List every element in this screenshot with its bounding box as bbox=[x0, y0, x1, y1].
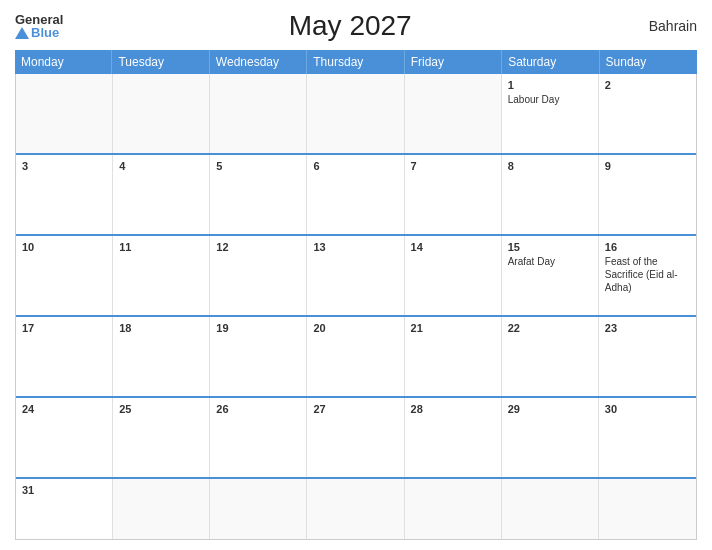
calendar-row-2: 101112131415Arafat Day16Feast of the Sac… bbox=[16, 236, 696, 317]
logo-triangle-icon bbox=[15, 27, 29, 39]
weekday-monday: Monday bbox=[15, 50, 112, 74]
weekday-saturday: Saturday bbox=[502, 50, 599, 74]
day-event: Labour Day bbox=[508, 94, 560, 105]
cal-cell-5-4 bbox=[405, 479, 502, 539]
calendar-body: 1Labour Day23456789101112131415Arafat Da… bbox=[15, 74, 697, 540]
day-number: 31 bbox=[22, 484, 106, 496]
cal-cell-0-6: 2 bbox=[599, 74, 696, 153]
cal-cell-1-3: 6 bbox=[307, 155, 404, 234]
cal-cell-4-1: 25 bbox=[113, 398, 210, 477]
cal-cell-1-4: 7 bbox=[405, 155, 502, 234]
day-number: 17 bbox=[22, 322, 106, 334]
day-number: 24 bbox=[22, 403, 106, 415]
day-number: 18 bbox=[119, 322, 203, 334]
cal-cell-1-0: 3 bbox=[16, 155, 113, 234]
cal-cell-0-0 bbox=[16, 74, 113, 153]
weekday-sunday: Sunday bbox=[600, 50, 697, 74]
header: General Blue May 2027 Bahrain bbox=[15, 10, 697, 42]
calendar-title: May 2027 bbox=[63, 10, 637, 42]
cal-cell-5-5 bbox=[502, 479, 599, 539]
day-number: 6 bbox=[313, 160, 397, 172]
cal-cell-1-2: 5 bbox=[210, 155, 307, 234]
cal-cell-5-2 bbox=[210, 479, 307, 539]
day-event: Feast of the Sacrifice (Eid al-Adha) bbox=[605, 256, 678, 293]
cal-cell-2-6: 16Feast of the Sacrifice (Eid al-Adha) bbox=[599, 236, 696, 315]
cal-cell-1-5: 8 bbox=[502, 155, 599, 234]
day-number: 23 bbox=[605, 322, 690, 334]
cal-cell-2-5: 15Arafat Day bbox=[502, 236, 599, 315]
cal-cell-2-2: 12 bbox=[210, 236, 307, 315]
day-number: 9 bbox=[605, 160, 690, 172]
cal-cell-1-6: 9 bbox=[599, 155, 696, 234]
day-number: 27 bbox=[313, 403, 397, 415]
cal-cell-4-0: 24 bbox=[16, 398, 113, 477]
day-number: 2 bbox=[605, 79, 690, 91]
day-number: 12 bbox=[216, 241, 300, 253]
day-number: 26 bbox=[216, 403, 300, 415]
cal-cell-3-0: 17 bbox=[16, 317, 113, 396]
calendar-header: Monday Tuesday Wednesday Thursday Friday… bbox=[15, 50, 697, 74]
cal-cell-5-1 bbox=[113, 479, 210, 539]
cal-cell-5-6 bbox=[599, 479, 696, 539]
day-number: 28 bbox=[411, 403, 495, 415]
cal-cell-4-5: 29 bbox=[502, 398, 599, 477]
day-number: 22 bbox=[508, 322, 592, 334]
day-number: 5 bbox=[216, 160, 300, 172]
calendar: Monday Tuesday Wednesday Thursday Friday… bbox=[15, 50, 697, 540]
day-number: 19 bbox=[216, 322, 300, 334]
day-event: Arafat Day bbox=[508, 256, 555, 267]
country-label: Bahrain bbox=[637, 18, 697, 34]
day-number: 21 bbox=[411, 322, 495, 334]
day-number: 11 bbox=[119, 241, 203, 253]
cal-cell-1-1: 4 bbox=[113, 155, 210, 234]
cal-cell-3-1: 18 bbox=[113, 317, 210, 396]
cal-cell-3-5: 22 bbox=[502, 317, 599, 396]
cal-cell-4-2: 26 bbox=[210, 398, 307, 477]
calendar-row-3: 17181920212223 bbox=[16, 317, 696, 398]
day-number: 3 bbox=[22, 160, 106, 172]
day-number: 14 bbox=[411, 241, 495, 253]
cal-cell-2-3: 13 bbox=[307, 236, 404, 315]
day-number: 8 bbox=[508, 160, 592, 172]
weekday-wednesday: Wednesday bbox=[210, 50, 307, 74]
cal-cell-3-4: 21 bbox=[405, 317, 502, 396]
day-number: 15 bbox=[508, 241, 592, 253]
cal-cell-0-4 bbox=[405, 74, 502, 153]
cal-cell-0-3 bbox=[307, 74, 404, 153]
weekday-friday: Friday bbox=[405, 50, 502, 74]
logo-blue-text: Blue bbox=[15, 26, 63, 39]
page: General Blue May 2027 Bahrain Monday Tue… bbox=[0, 0, 712, 550]
cal-cell-3-3: 20 bbox=[307, 317, 404, 396]
day-number: 4 bbox=[119, 160, 203, 172]
calendar-row-5: 31 bbox=[16, 479, 696, 539]
day-number: 13 bbox=[313, 241, 397, 253]
weekday-tuesday: Tuesday bbox=[112, 50, 209, 74]
cal-cell-0-1 bbox=[113, 74, 210, 153]
cal-cell-4-4: 28 bbox=[405, 398, 502, 477]
day-number: 7 bbox=[411, 160, 495, 172]
cal-cell-2-4: 14 bbox=[405, 236, 502, 315]
day-number: 10 bbox=[22, 241, 106, 253]
cal-cell-4-3: 27 bbox=[307, 398, 404, 477]
logo: General Blue bbox=[15, 13, 63, 39]
calendar-row-1: 3456789 bbox=[16, 155, 696, 236]
weekday-thursday: Thursday bbox=[307, 50, 404, 74]
day-number: 1 bbox=[508, 79, 592, 91]
cal-cell-2-1: 11 bbox=[113, 236, 210, 315]
cal-cell-5-3 bbox=[307, 479, 404, 539]
day-number: 25 bbox=[119, 403, 203, 415]
day-number: 16 bbox=[605, 241, 690, 253]
day-number: 20 bbox=[313, 322, 397, 334]
cal-cell-5-0: 31 bbox=[16, 479, 113, 539]
cal-cell-3-2: 19 bbox=[210, 317, 307, 396]
day-number: 30 bbox=[605, 403, 690, 415]
cal-cell-2-0: 10 bbox=[16, 236, 113, 315]
day-number: 29 bbox=[508, 403, 592, 415]
cal-cell-3-6: 23 bbox=[599, 317, 696, 396]
cal-cell-4-6: 30 bbox=[599, 398, 696, 477]
cal-cell-0-5: 1Labour Day bbox=[502, 74, 599, 153]
calendar-row-4: 24252627282930 bbox=[16, 398, 696, 479]
cal-cell-0-2 bbox=[210, 74, 307, 153]
calendar-row-0: 1Labour Day2 bbox=[16, 74, 696, 155]
